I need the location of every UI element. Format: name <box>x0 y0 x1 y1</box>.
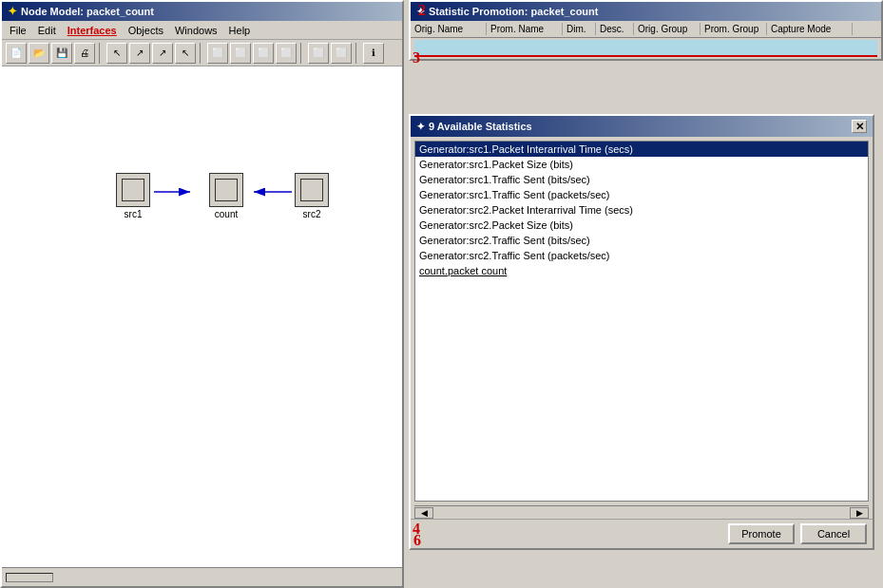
toolbar-print[interactable]: 🖨 <box>74 43 95 64</box>
node-src2-label: src2 <box>295 209 329 219</box>
node-model-statusbar <box>2 567 402 586</box>
close-button[interactable]: ✕ <box>852 120 867 133</box>
toolbar-info[interactable]: ℹ <box>363 43 384 64</box>
col-desc: Desc. <box>596 23 634 35</box>
menu-bar: File Edit Interfaces Objects Windows Hel… <box>2 21 402 40</box>
stat-table-header: Orig. Name Prom. Name Dim. Desc. Orig. G… <box>411 21 881 38</box>
node-model-titlebar: ✦ Node Model: packet_count <box>2 2 402 21</box>
col-orig-name: Orig. Name <box>411 23 487 35</box>
node-src2-box <box>295 173 329 207</box>
avail-stats-icon: ✦ <box>416 121 425 133</box>
node-model-window: ✦ Node Model: packet_count File Edit Int… <box>0 0 404 588</box>
node-src1-box <box>116 173 150 207</box>
node-count-inner <box>215 179 238 201</box>
col-orig-group: Orig. Group <box>634 23 701 35</box>
toolbar-sep4 <box>355 43 359 64</box>
toolbar-link3[interactable]: ⬜ <box>276 43 297 64</box>
scroll-right-btn[interactable]: ▶ <box>850 507 869 519</box>
stats-list[interactable]: Generator:src1.Packet Interarrival Time … <box>414 141 869 502</box>
stats-list-item-1[interactable]: Generator:src1.Packet Size (bits) <box>415 157 868 172</box>
toolbar-sep1 <box>99 43 103 64</box>
avail-stats-footer: Promote Cancel <box>411 519 873 548</box>
node-count-label: count <box>209 209 243 219</box>
col-capture-mode: Capture Mode <box>767 23 853 35</box>
stats-list-item-6[interactable]: Generator:src2.Traffic Sent (bits/sec) <box>415 233 868 248</box>
scroll-left-btn[interactable]: ◀ <box>414 507 433 519</box>
stats-list-item-0[interactable]: Generator:src1.Packet Interarrival Time … <box>415 142 868 157</box>
toolbar-select2[interactable]: ⬜ <box>331 43 352 64</box>
stat-promo-icon: ✦ <box>416 6 425 18</box>
stats-list-item-8[interactable]: count.packet count <box>415 263 868 278</box>
toolbar-save[interactable]: 💾 <box>51 43 72 64</box>
toolbar-sep3 <box>300 43 304 64</box>
node-count[interactable]: count <box>209 173 243 219</box>
node-count-box <box>209 173 243 207</box>
menu-file[interactable]: File <box>4 23 32 38</box>
stat-promo-titlebar: ✦ Statistic Promotion: packet_count <box>411 2 881 21</box>
cancel-button[interactable]: Cancel <box>800 523 867 544</box>
toolbar-diag-arrow1[interactable]: ↗ <box>129 43 150 64</box>
menu-edit[interactable]: Edit <box>32 23 62 38</box>
promote-button[interactable]: Promote <box>728 523 795 544</box>
toolbar-diag-arrow2[interactable]: ↗ <box>152 43 173 64</box>
node-src2[interactable]: src2 <box>295 173 329 219</box>
avail-stats-title-text: 9 Available Statistics <box>429 121 532 132</box>
stats-list-item-4[interactable]: Generator:src2.Packet Interarrival Time … <box>415 202 868 218</box>
toolbar-link[interactable]: ⬜ <box>230 43 251 64</box>
stats-list-item-5[interactable]: Generator:src2.Packet Size (bits) <box>415 218 868 233</box>
menu-objects[interactable]: Objects <box>123 23 169 38</box>
node-model-title: Node Model: packet_count <box>21 6 154 17</box>
node-src1[interactable]: src1 <box>116 173 150 219</box>
toolbar-node[interactable]: ⬜ <box>207 43 228 64</box>
toolbar-sep2 <box>200 43 203 64</box>
stats-list-item-7[interactable]: Generator:src2.Traffic Sent (packets/sec… <box>415 248 868 263</box>
toolbar-select[interactable]: ⬜ <box>308 43 329 64</box>
node-src1-label: src1 <box>116 209 150 219</box>
toolbar-open[interactable]: 📂 <box>29 43 49 64</box>
col-prom-name: Prom. Name <box>487 23 563 35</box>
stats-list-item-2[interactable]: Generator:src1.Traffic Sent (bits/sec) <box>415 172 868 187</box>
avail-stats-window: ✦ 9 Available Statistics ✕ Generator:src… <box>409 114 874 550</box>
status-scroll[interactable] <box>6 573 53 582</box>
toolbar-new[interactable]: 📄 <box>6 43 27 64</box>
toolbar: 📄 📂 💾 🖨 ↖ ↗ ↗ ↖ ⬜ ⬜ ⬜ ⬜ ⬜ ⬜ ℹ <box>2 40 402 66</box>
toolbar-link2[interactable]: ⬜ <box>253 43 274 64</box>
menu-help[interactable]: Help <box>223 23 257 38</box>
toolbar-arrow2[interactable]: ↖ <box>175 43 196 64</box>
avail-stats-titlebar: ✦ 9 Available Statistics ✕ <box>411 116 873 137</box>
app-icon: ✦ <box>8 5 17 18</box>
col-dim: Dim. <box>563 23 596 35</box>
menu-windows[interactable]: Windows <box>169 23 223 38</box>
stat-promo-title-text: Statistic Promotion: packet_count <box>429 6 598 17</box>
col-prom-group: Prom. Group <box>701 23 767 35</box>
stats-list-item-3[interactable]: Generator:src1.Traffic Sent (packets/sec… <box>415 187 868 202</box>
menu-interfaces[interactable]: Interfaces <box>62 23 123 38</box>
canvas-area: src1 count src2 <box>2 66 402 567</box>
stat-promotion-window: ✦ Statistic Promotion: packet_count 2 Or… <box>409 0 883 61</box>
node-src2-inner <box>300 179 323 201</box>
stat-table-selected-row[interactable] <box>414 40 877 57</box>
toolbar-arrow[interactable]: ↖ <box>106 43 127 64</box>
node-src1-inner <box>122 179 144 201</box>
canvas-svg <box>2 66 402 567</box>
